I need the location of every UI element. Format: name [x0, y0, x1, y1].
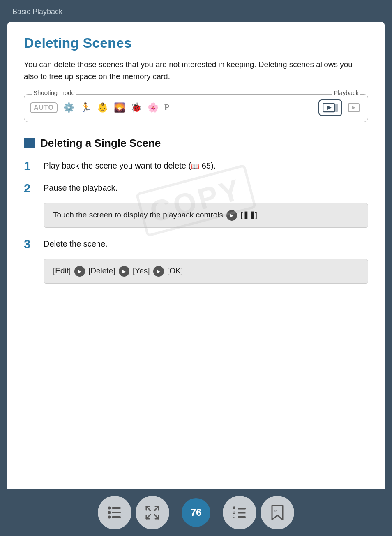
expand-icon: [144, 504, 161, 521]
section-square-icon: [24, 138, 35, 148]
svg-rect-10: [112, 516, 121, 518]
step-3-text: Delete the scene.: [44, 237, 108, 250]
menu-icon: [106, 504, 123, 521]
bookmark-button[interactable]: 2: [261, 496, 294, 529]
svg-text:C: C: [233, 514, 235, 519]
scene3-icon: 🌄: [114, 102, 125, 113]
arrow-icon-4: ►: [153, 266, 164, 277]
section1-title: Deleting a Single Scene: [40, 137, 161, 150]
playback-icons: [318, 99, 362, 116]
arrow-icon-2: ►: [74, 266, 85, 277]
menu-button[interactable]: [98, 496, 131, 529]
svg-rect-19: [238, 512, 246, 514]
edit-label: [Edit]: [53, 266, 71, 275]
mode-divider: [244, 99, 244, 117]
svg-marker-1: [327, 106, 332, 110]
step-2-number: 2: [24, 181, 36, 196]
svg-point-7: [108, 515, 111, 518]
svg-marker-21: [272, 506, 283, 520]
playback-label: Playback: [332, 89, 360, 96]
yes-label: [Yes]: [133, 266, 150, 275]
step-1-text: Play back the scene you want to delete (…: [44, 159, 216, 172]
pause-symbol: ❚❚: [243, 211, 255, 219]
page-number: 76: [182, 498, 210, 527]
svg-rect-20: [238, 516, 246, 518]
svg-point-6: [108, 511, 111, 514]
ok-label: [OK]: [167, 266, 183, 275]
intro-text: You can delete those scenes that you are…: [24, 58, 368, 83]
svg-text:2: 2: [274, 509, 277, 513]
step-3-number: 3: [24, 237, 36, 252]
shooting-mode-icons: AUTO ⚙️ 🏃 👶 🌄 🐞 🌸 P: [30, 102, 169, 113]
expand-button[interactable]: [136, 496, 169, 529]
arrow-icon-1: ►: [226, 210, 237, 221]
mode-diagram: Shooting mode Playback AUTO ⚙️ 🏃 👶 🌄 🐞 🌸…: [24, 94, 368, 122]
auto-icon: AUTO: [30, 102, 58, 113]
svg-rect-9: [112, 512, 121, 513]
scene2-icon: 👶: [97, 102, 108, 113]
arrow-icon-3: ►: [119, 266, 129, 277]
video-playback-icon-active: [318, 99, 342, 116]
video-icon-svg: [323, 102, 338, 113]
step-1: 1 Play back the scene you want to delete…: [24, 159, 368, 173]
bookmark-icon: 2: [269, 504, 286, 521]
main-content-card: Deleting Scenes You can delete those sce…: [7, 22, 385, 499]
step-1-number: 1: [24, 159, 36, 173]
scene5-icon: 🌸: [148, 102, 159, 113]
step-3: 3 Delete the scene.: [24, 237, 368, 252]
top-bar: Basic Playback: [0, 0, 392, 22]
section1-heading: Deleting a Single Scene: [24, 137, 368, 150]
abc-list-button[interactable]: A B C: [223, 496, 256, 529]
shooting-mode-label: Shooting mode: [32, 89, 76, 96]
instruction-box-1-text: Touch the screen to display the playback…: [53, 210, 223, 219]
page-title: Deleting Scenes: [24, 35, 368, 51]
scene1-icon: 🏃: [80, 102, 91, 113]
step-2-text: Pause the playback.: [44, 181, 118, 194]
scene4-icon: 🐞: [131, 102, 142, 113]
bottom-navigation: 76 A B C 2: [0, 489, 392, 536]
manual-icon: ⚙️: [63, 102, 74, 113]
photo-playback-icon: [348, 102, 362, 113]
program-icon: P: [164, 103, 169, 112]
svg-rect-18: [238, 508, 246, 510]
svg-rect-8: [112, 507, 121, 509]
step-2: 2 Pause the playback.: [24, 181, 368, 196]
bottom-nav-inner: 76 A B C 2: [0, 496, 392, 529]
abc-list-icon: A B C: [231, 504, 248, 521]
instruction-box-2: [Edit] ► [Delete] ► [Yes] ► [OK]: [44, 259, 368, 284]
svg-point-5: [108, 506, 111, 509]
breadcrumb: Basic Playback: [12, 7, 62, 16]
svg-rect-2: [335, 104, 338, 112]
svg-marker-4: [352, 106, 355, 109]
instruction-box-1: Touch the screen to display the playback…: [44, 203, 368, 228]
delete-label: [Delete]: [88, 266, 115, 275]
photo-icon-svg: [348, 102, 362, 113]
